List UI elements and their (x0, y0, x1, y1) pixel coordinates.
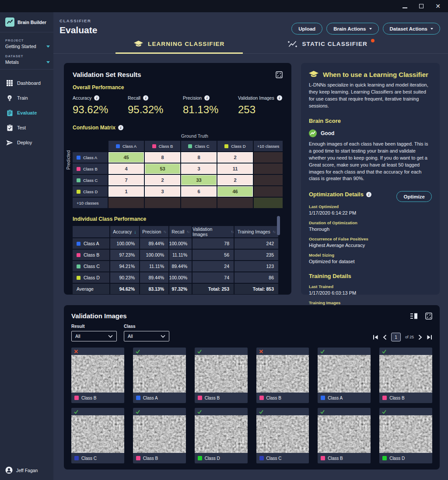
close-icon[interactable]: ✕ (435, 3, 441, 9)
matrix-cell: 46 (217, 186, 253, 197)
matrix-cell: 2 (217, 175, 253, 185)
sidebar-nav: Dashboard Train Evaluate Test (0, 70, 53, 156)
check-icon (382, 349, 386, 354)
table-average-cell: 97.32% (169, 284, 192, 294)
validation-image-card[interactable]: Class B (318, 408, 371, 463)
brand-name: Brain Builder (18, 20, 46, 25)
validation-image-card[interactable]: Class B (195, 348, 248, 403)
chevron-down-icon[interactable] (46, 61, 50, 63)
chevron-down-icon[interactable] (46, 45, 50, 48)
table-cell: 100.00% (140, 250, 168, 260)
matrix-cell: 45 (108, 152, 144, 163)
sort-desc-icon[interactable]: ↓ (134, 229, 136, 234)
validation-image-card[interactable]: Class D (195, 408, 248, 463)
check-icon (136, 410, 140, 414)
matrix-cell: 53 (145, 163, 180, 174)
dataset-label: DATASET (5, 54, 50, 58)
next-page-icon[interactable] (418, 334, 422, 340)
last-page-icon[interactable] (427, 334, 432, 340)
details-view-icon[interactable] (410, 312, 417, 320)
result-filter-select[interactable]: All (71, 331, 117, 341)
card-class-label-bar: Class A (318, 393, 371, 403)
matrix-row-header: Class D (73, 186, 108, 197)
info-icon[interactable]: i (143, 95, 148, 101)
metric-validation-images: Validation Imagesi 253 (238, 95, 282, 116)
class-color-swatch (188, 144, 192, 148)
card-class-label: Class B (328, 456, 343, 461)
project-selector[interactable]: PROJECT Getting Started DATASET Metals (0, 32, 53, 70)
user-menu[interactable]: Jeff Fagan (0, 461, 53, 480)
validation-image-card[interactable]: Class C (71, 408, 124, 463)
sort-icon[interactable]: ↑↓ (186, 230, 189, 234)
validation-image-card[interactable]: Class B (133, 408, 186, 463)
graduation-cap-icon (134, 41, 143, 48)
previous-page-icon[interactable] (383, 334, 387, 340)
upload-button[interactable]: Upload (291, 23, 322, 35)
sample-image (71, 355, 124, 393)
table-header-accuracy[interactable]: Accuracy↓ (110, 226, 139, 237)
matrix-column-header-extra: +10 classes (254, 141, 283, 151)
training-details-heading: Training Details (309, 273, 432, 279)
expand-icon[interactable] (275, 71, 283, 78)
chevron-down-icon (108, 335, 113, 338)
tab-learning-classifier[interactable]: LEARNING CLASSIFIER (116, 36, 243, 54)
validation-image-card[interactable]: Class B (379, 348, 432, 403)
table-cell: 100.00% (169, 238, 192, 249)
first-page-icon[interactable] (373, 334, 378, 340)
table-cell: 94.21% (110, 261, 139, 271)
table-header-recall[interactable]: Recall↑↓ (169, 226, 192, 237)
expand-icon[interactable] (425, 312, 432, 320)
class-color-swatch (136, 396, 140, 400)
page-input[interactable]: 1 (391, 333, 401, 341)
table-header-training-images[interactable]: Training Images↑↓ (234, 226, 278, 237)
matrix-row-header: Class B (73, 163, 108, 174)
tab-static-classifier[interactable]: STATIC CLASSIFIER (269, 36, 385, 54)
sidebar-item-evaluate[interactable]: Evaluate (0, 105, 53, 120)
validation-image-card[interactable]: Class C (256, 408, 309, 463)
sidebar-item-train[interactable]: Train (0, 90, 53, 105)
sidebar-item-test[interactable]: Test (0, 120, 53, 135)
optimize-button[interactable]: Optimize (396, 191, 432, 202)
validation-image-card[interactable]: Class A (318, 348, 371, 403)
dataset-actions-button[interactable]: Dataset Actions (383, 23, 441, 35)
validation-image-card[interactable]: Class B (71, 348, 124, 403)
validation-image-card[interactable]: Class A (133, 348, 186, 403)
check-icon (74, 410, 78, 414)
table-header-validation-images[interactable]: Validation Images↑↓ (192, 226, 234, 237)
card-class-label: Class C (81, 456, 97, 461)
sort-icon[interactable]: ↑↓ (231, 230, 234, 234)
matrix-cell (217, 198, 253, 208)
info-icon[interactable]: i (118, 125, 123, 130)
validation-image-card[interactable]: Class B (256, 348, 309, 403)
class-filter-select[interactable]: All (124, 331, 169, 341)
info-intro: L-DNNs specialize in quick learning and … (309, 82, 432, 110)
card-result-bar (71, 348, 124, 355)
info-icon[interactable]: i (94, 95, 99, 101)
table-scrollbar[interactable] (277, 216, 280, 235)
brain-actions-button[interactable]: Brain Actions (326, 23, 378, 35)
info-icon[interactable]: i (277, 95, 282, 101)
overall-performance-heading: Overall Performance (73, 84, 283, 90)
validation-image-card[interactable]: Class D (379, 408, 432, 463)
table-cell: 56 (192, 250, 234, 260)
breadcrumb: CLASSIFIER (60, 18, 97, 23)
class-filter: Class All (124, 324, 169, 341)
class-color-swatch (74, 396, 79, 400)
sample-image (195, 355, 248, 393)
sidebar-item-dashboard[interactable]: Dashboard (0, 76, 53, 90)
info-icon[interactable]: i (204, 95, 210, 101)
matrix-row-header: Class A (73, 152, 108, 163)
table-header-precision[interactable]: Precision↑↓ (140, 226, 168, 237)
minimize-icon[interactable] (402, 3, 408, 9)
chevron-down-icon (430, 28, 433, 30)
class-color-swatch (382, 456, 387, 460)
sort-icon[interactable]: ↑↓ (163, 230, 166, 234)
maximize-icon[interactable] (418, 3, 424, 9)
sort-icon[interactable]: ↑↓ (273, 230, 276, 234)
matrix-column-header: Class D (217, 141, 253, 151)
sidebar-item-deploy[interactable]: Deploy (0, 135, 53, 150)
card-class-label-bar: Class B (71, 393, 124, 403)
table-cell: 90.23% (110, 272, 139, 283)
info-icon[interactable]: i (366, 192, 371, 197)
table-row-class-name: Class C (73, 261, 109, 271)
